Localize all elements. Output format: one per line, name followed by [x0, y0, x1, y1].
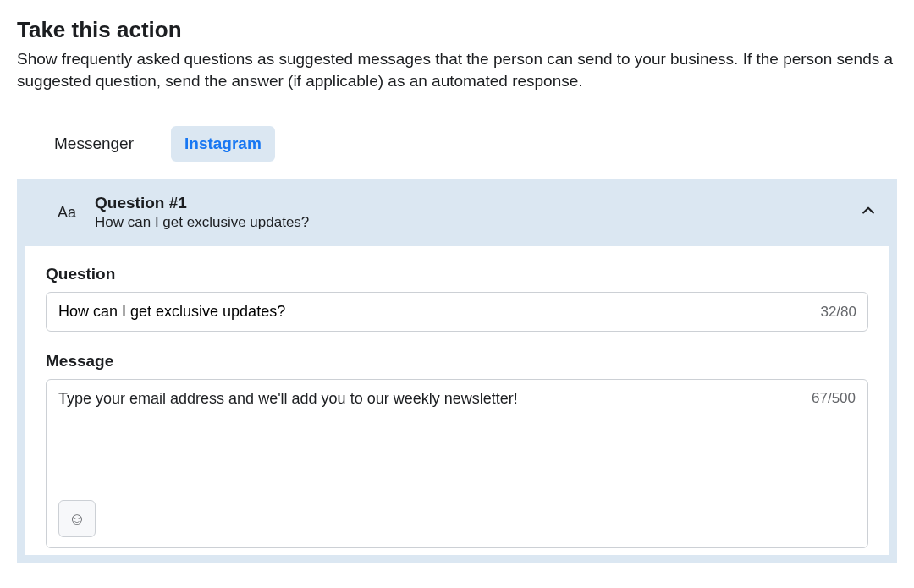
divider	[17, 107, 897, 107]
question-input[interactable]	[46, 292, 868, 332]
channel-tabs: Messenger Instagram	[17, 126, 897, 162]
message-text[interactable]: Type your email address and we'll add yo…	[58, 390, 801, 408]
question-body: Question 32/80 Message Type your email a…	[17, 246, 897, 563]
question-field-label: Question	[46, 265, 868, 283]
text-icon: Aa	[58, 204, 76, 222]
tab-messenger[interactable]: Messenger	[41, 126, 147, 162]
question-panel: Aa Question #1 How can I get exclusive u…	[17, 179, 897, 563]
question-input-wrap: 32/80	[46, 292, 868, 332]
page-description: Show frequently asked questions as sugge…	[17, 48, 897, 91]
chevron-up-icon	[860, 202, 877, 223]
tab-instagram[interactable]: Instagram	[171, 126, 275, 162]
question-summary: Question #1 How can I get exclusive upda…	[95, 194, 877, 231]
question-accordion-header[interactable]: Aa Question #1 How can I get exclusive u…	[17, 179, 897, 246]
message-field-label: Message	[46, 352, 868, 371]
page-title: Take this action	[17, 17, 897, 43]
emoji-picker-button[interactable]: ☺	[58, 500, 96, 537]
question-char-counter: 32/80	[820, 304, 856, 321]
question-preview: How can I get exclusive updates?	[95, 214, 877, 231]
message-char-counter: 67/500	[812, 390, 856, 407]
question-heading: Question #1	[95, 194, 877, 212]
message-input-wrap[interactable]: Type your email address and we'll add yo…	[46, 379, 868, 548]
section-header: Take this action Show frequently asked q…	[17, 17, 897, 91]
smiley-icon: ☺	[69, 509, 85, 529]
